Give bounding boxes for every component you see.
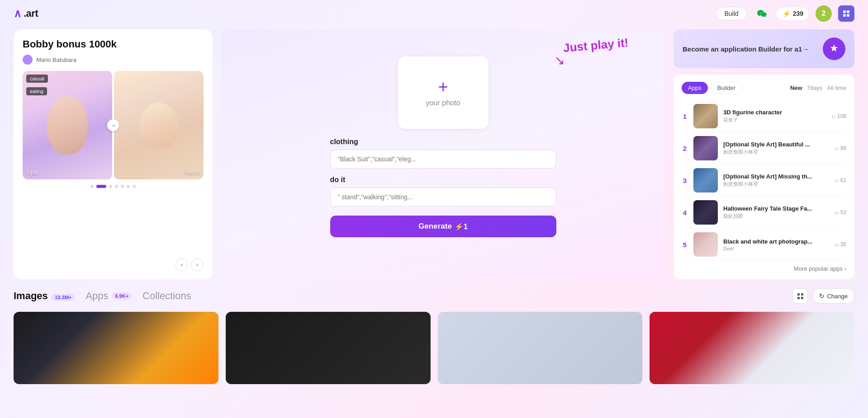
- card-title: Bobby bonus 1000k: [23, 38, 204, 50]
- promo-banner[interactable]: Become an application Builder for a1→: [674, 29, 854, 68]
- bottom-section: Images 10.3M+ Apps 6.9K+ Collections: [0, 279, 868, 393]
- app-thumb-2: [693, 136, 718, 160]
- app-plays-2: ▷ 99: [835, 145, 846, 151]
- generate-label: Generate: [418, 222, 452, 231]
- tab-collections-bottom[interactable]: Collections: [142, 290, 191, 302]
- plus-icon: +: [438, 78, 448, 95]
- app-name-2: [Optional Style Art] Beautiful ...: [723, 141, 814, 148]
- app-thumb-5: [693, 232, 718, 257]
- list-item[interactable]: 2 [Optional Style Art] Beautiful ... 創意無…: [682, 132, 846, 164]
- app-plays-3: ▷ 61: [835, 177, 846, 183]
- list-item[interactable]: 5 Black and white art photograp... Deer …: [682, 229, 846, 261]
- logo-icon: ∧: [14, 7, 22, 20]
- tab-apps-bottom[interactable]: Apps 6.9K+: [85, 290, 132, 302]
- result-image: Result: [114, 71, 204, 179]
- carousel-nav: ‹ ›: [175, 258, 204, 271]
- cards-icon[interactable]: [838, 5, 854, 22]
- tab-builder[interactable]: Builder: [711, 82, 742, 94]
- svg-rect-0: [843, 10, 846, 13]
- input-face: [47, 96, 88, 155]
- upload-label: your photo: [426, 99, 460, 107]
- generate-cost: ⚡1: [455, 222, 468, 231]
- carousel-dots: [23, 185, 204, 188]
- play-icon: ▷: [832, 114, 836, 119]
- image-grid: [14, 312, 854, 384]
- rank-3: 3: [682, 177, 688, 184]
- result-face: [140, 103, 178, 148]
- app-info-1: 3D figurine character 花鱼子: [723, 109, 827, 123]
- do-it-label: do it: [330, 176, 556, 184]
- wechat-icon[interactable]: [754, 5, 770, 22]
- play-icon: ▷: [835, 210, 839, 215]
- upload-box[interactable]: + your photo: [398, 56, 489, 129]
- dot-2[interactable]: [109, 185, 112, 188]
- more-apps-link[interactable]: More popular apps ›: [682, 265, 846, 272]
- dot-3[interactable]: [115, 185, 118, 188]
- logo[interactable]: ∧ .art: [14, 7, 38, 20]
- image-comparison: casual eating Input → Result: [23, 71, 204, 179]
- rank-2: 2: [682, 145, 688, 152]
- build-button[interactable]: Build: [716, 7, 747, 20]
- author-row: Mario Batubara: [23, 55, 204, 65]
- filter-new[interactable]: New: [790, 85, 802, 91]
- time-filters: New 7days All time: [790, 85, 846, 91]
- promo-icon: [823, 38, 845, 60]
- next-button[interactable]: ›: [191, 258, 204, 271]
- apps-header: Apps Builder New 7days All time: [682, 82, 846, 94]
- rank-5: 5: [682, 241, 688, 249]
- app-plays-4: ▷ 53: [835, 209, 846, 216]
- generator-form: clothing do it Generate ⚡1: [330, 138, 556, 237]
- svg-rect-3: [847, 14, 849, 17]
- prev-button[interactable]: ‹: [175, 258, 188, 271]
- list-item[interactable]: 1 3D figurine character 花鱼子 ▷ 108: [682, 100, 846, 132]
- app-name-5: Black and white art photograp...: [723, 238, 814, 245]
- app-plays-1: ▷ 108: [832, 113, 846, 119]
- dot-5[interactable]: [127, 185, 130, 188]
- credits-badge[interactable]: ⚡ 239: [776, 7, 809, 21]
- grid-item-2[interactable]: [226, 312, 431, 384]
- app-thumb-4: [693, 200, 718, 225]
- dot-6[interactable]: [133, 185, 136, 188]
- grid-item-1[interactable]: [14, 312, 218, 384]
- credits-count: 239: [793, 10, 803, 17]
- dot-1[interactable]: [96, 185, 106, 188]
- app-name-3: [Optional Style Art] Missing th...: [723, 173, 814, 180]
- user-avatar[interactable]: 2: [816, 5, 832, 22]
- lightning-icon: ⚡: [782, 9, 791, 18]
- filter-alltime[interactable]: All time: [827, 85, 846, 91]
- app-name-4: Halloween Fairy Tale Stage Fa...: [723, 205, 814, 212]
- list-item[interactable]: 3 [Optional Style Art] Missing th... 創意無…: [682, 164, 846, 197]
- app-thumb-3: [693, 168, 718, 193]
- grid-toggle-button[interactable]: [792, 288, 808, 304]
- app-name-1: 3D figurine character: [723, 109, 814, 116]
- list-item[interactable]: 4 Halloween Fairy Tale Stage Fa... 龍飢貝爵 …: [682, 197, 846, 229]
- right-panel: Become an application Builder for a1→ Ap…: [674, 29, 854, 279]
- svg-rect-1: [847, 10, 849, 13]
- grid-item-4[interactable]: [650, 312, 854, 384]
- main-content: Bobby bonus 1000k Mario Batubara casual …: [0, 29, 868, 279]
- images-count-badge: 10.3M+: [52, 294, 75, 301]
- rank-4: 4: [682, 209, 688, 216]
- bottom-actions: ↻ Change: [792, 288, 854, 304]
- grid-item-3[interactable]: [438, 312, 643, 384]
- app-author-4: 龍飢貝爵: [723, 213, 830, 220]
- clothing-input[interactable]: [330, 150, 556, 169]
- app-plays-5: ▷ 35: [835, 241, 846, 248]
- app-thumb-1: [693, 104, 718, 128]
- svg-rect-2: [843, 14, 846, 17]
- tab-images[interactable]: Images 10.3M+: [14, 290, 75, 302]
- tab-apps[interactable]: Apps: [682, 82, 708, 94]
- app-info-2: [Optional Style Art] Beautiful ... 創意無限小…: [723, 141, 830, 155]
- arrow-decoration: ↙: [555, 53, 565, 68]
- logo-text: .art: [24, 8, 38, 19]
- filter-7days[interactable]: 7days: [807, 85, 823, 91]
- grid-icon: [797, 293, 803, 299]
- dot-0[interactable]: [90, 185, 94, 188]
- app-info-4: Halloween Fairy Tale Stage Fa... 龍飢貝爵: [723, 205, 830, 220]
- do-it-input[interactable]: [330, 188, 556, 207]
- tag-eating: eating: [26, 87, 47, 95]
- dot-4[interactable]: [121, 185, 124, 188]
- generate-button[interactable]: Generate ⚡1: [330, 216, 556, 237]
- change-button[interactable]: ↻ Change: [812, 288, 854, 304]
- result-label: Result: [185, 169, 200, 176]
